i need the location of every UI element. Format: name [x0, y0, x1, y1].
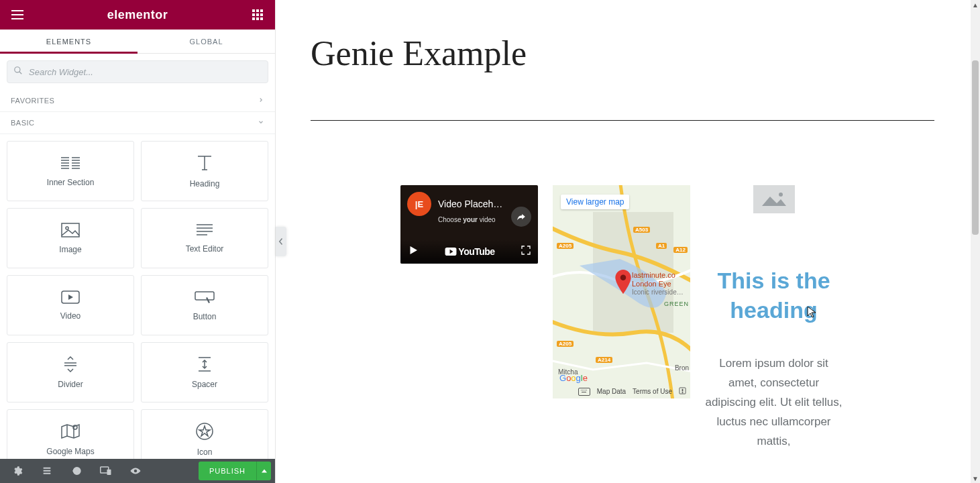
publish-button[interactable]: PUBLISH	[199, 462, 256, 480]
responsive-icon[interactable]	[93, 459, 119, 483]
apps-grid-icon[interactable]	[250, 7, 266, 23]
map-poi-label[interactable]: lastminute.co London Eye Iconic riversid…	[632, 271, 684, 297]
navigator-icon[interactable]	[34, 459, 60, 483]
page-title: Genie Example	[311, 34, 940, 73]
scroll-up-arrow[interactable]: ▲	[971, 0, 980, 9]
tab-elements[interactable]: ELEMENTS	[0, 30, 138, 53]
widget-heading[interactable]: Heading	[141, 141, 268, 201]
tab-label: GLOBAL	[189, 38, 223, 46]
star-icon	[195, 422, 214, 441]
play-icon[interactable]	[407, 244, 419, 259]
text-editor-icon	[195, 223, 214, 237]
elementor-badge-icon: |E	[407, 192, 431, 216]
youtube-logo[interactable]: YouTube	[445, 246, 494, 257]
widget-label: Inner Section	[47, 178, 95, 187]
widget-label: Image	[59, 245, 81, 254]
button-icon	[194, 289, 215, 305]
widget-video[interactable]: Video	[7, 275, 134, 335]
map-credits: Map Data Terms of Use	[578, 387, 686, 396]
fullscreen-icon[interactable]	[521, 245, 531, 258]
svg-rect-32	[195, 292, 214, 300]
share-icon[interactable]	[511, 207, 531, 227]
terms-link[interactable]: Terms of Use	[633, 388, 672, 395]
tab-global[interactable]: GLOBAL	[138, 30, 275, 53]
svg-rect-57	[582, 392, 586, 392]
widget-label: Text Editor	[186, 244, 224, 254]
svg-rect-55	[585, 390, 586, 390]
svg-rect-54	[584, 390, 584, 390]
scroll-down-arrow[interactable]: ▼	[971, 474, 980, 483]
road-label: A205	[557, 341, 574, 347]
widgets-grid: Inner Section Heading Image Text Editor …	[0, 134, 275, 459]
section-label: FAVORITES	[11, 97, 54, 105]
place-label: Bron	[675, 364, 689, 372]
svg-point-12	[15, 67, 20, 72]
heading-widget[interactable]: This is the heading	[705, 266, 842, 325]
svg-rect-56	[586, 390, 587, 390]
widget-inner-section[interactable]: Inner Section	[7, 141, 134, 201]
section-favorites[interactable]: FAVORITES	[0, 90, 275, 112]
svg-rect-1	[11, 14, 23, 15]
svg-rect-3	[252, 9, 255, 12]
keyboard-icon[interactable]	[578, 388, 590, 396]
svg-marker-46	[411, 246, 418, 254]
road-label: A1	[656, 243, 667, 249]
widget-text-editor[interactable]: Text Editor	[141, 208, 268, 268]
search-icon	[13, 66, 23, 78]
svg-rect-11	[260, 17, 263, 20]
canvas-scrollbar[interactable]: ▲ ▼	[971, 0, 980, 483]
map-data-link[interactable]: Map Data	[597, 388, 626, 395]
road-label: A12	[673, 247, 688, 253]
place-label: GREEN	[664, 301, 689, 307]
svg-rect-44	[107, 470, 111, 475]
widget-label: Divider	[58, 380, 83, 389]
widget-button[interactable]: Button	[141, 275, 268, 335]
svg-rect-4	[256, 9, 259, 12]
preview-icon[interactable]	[122, 459, 149, 483]
divider-icon	[62, 356, 79, 373]
widget-label: Video	[60, 311, 80, 321]
editor-canvas[interactable]: Genie Example |E Video Placeh… Choose yo…	[276, 0, 980, 483]
scrollbar-thumb[interactable]	[972, 60, 979, 235]
widget-spacer[interactable]: Spacer	[141, 342, 268, 402]
hamburger-menu-icon[interactable]	[9, 7, 25, 23]
text-widget[interactable]: Lorem ipsum dolor sit amet, consectetur …	[705, 354, 842, 451]
heading-icon	[195, 154, 214, 172]
widget-image[interactable]: Image	[7, 208, 134, 268]
video-widget[interactable]: |E Video Placeh… Choose your video	[400, 185, 538, 264]
image-placeholder[interactable]	[753, 185, 795, 213]
svg-marker-42	[199, 426, 210, 436]
svg-point-51	[620, 274, 626, 280]
search-input[interactable]	[7, 60, 268, 83]
settings-icon[interactable]	[4, 459, 31, 483]
svg-rect-0	[11, 10, 23, 11]
widget-label: Google Maps	[46, 447, 94, 456]
history-icon[interactable]	[63, 459, 90, 483]
svg-rect-2	[11, 18, 23, 19]
widget-icon[interactable]: Icon	[141, 409, 268, 459]
svg-marker-31	[68, 294, 73, 300]
publish-group: PUBLISH	[199, 462, 271, 480]
widget-label: Icon	[197, 447, 213, 457]
widget-divider[interactable]: Divider	[7, 342, 134, 402]
report-icon[interactable]	[679, 387, 686, 396]
map-pin-icon[interactable]	[614, 270, 632, 297]
svg-rect-10	[256, 17, 259, 20]
svg-line-13	[19, 72, 22, 74]
section-basic[interactable]: BASIC	[0, 112, 275, 134]
road-label: A503	[633, 227, 650, 233]
video-subtitle: Choose your video	[438, 216, 496, 223]
publish-dropdown[interactable]	[256, 462, 271, 480]
svg-rect-5	[260, 9, 263, 12]
map-widget[interactable]: A205 A503 A1 A12 A205 A214 Mitcha GREEN …	[553, 185, 690, 398]
collapse-sidebar-handle[interactable]	[276, 227, 286, 256]
image-icon	[60, 222, 80, 238]
chevron-right-icon	[258, 97, 264, 105]
sidebar-footer: PUBLISH	[0, 459, 275, 483]
tab-label: ELEMENTS	[46, 38, 91, 46]
widget-google-maps[interactable]: Google Maps	[7, 409, 134, 459]
road-label: A214	[596, 357, 612, 363]
widget-label: Heading	[190, 179, 220, 189]
view-larger-map-link[interactable]: View larger map	[561, 195, 629, 209]
elementor-logo: elementor	[107, 8, 168, 22]
